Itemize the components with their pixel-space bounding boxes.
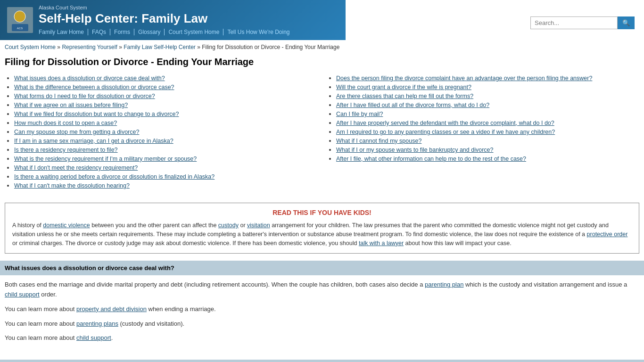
toc-link[interactable]: What if I don't meet the residency requi… [14, 165, 138, 171]
list-item: Will the court grant a divorce if the wi… [336, 83, 639, 90]
parenting-plans-link[interactable]: parenting plans [76, 320, 118, 327]
toc-link[interactable]: What if we agree on all issues before fi… [14, 102, 128, 108]
child-support-link2[interactable]: child support [76, 334, 111, 341]
list-item: After I file, what other information can… [336, 155, 639, 162]
breadcrumb-representing[interactable]: Representing Yourself [62, 44, 117, 50]
toc-link[interactable]: Is there a residency requirement to file… [14, 147, 118, 153]
list-item: Does the person filing the divorce compl… [336, 74, 639, 82]
page-title: Filing for Dissolution or Divorce - Endi… [0, 54, 644, 72]
list-item: How much does it cost to open a case? [14, 119, 317, 126]
breadcrumb-court-system[interactable]: Court System Home [5, 44, 56, 50]
kids-box-title: READ THIS IF YOU HAVE KIDS! [12, 209, 632, 216]
list-item: What is the residency requirement if I'm… [14, 155, 317, 162]
toc-link[interactable]: What forms do I need to file for dissolu… [14, 93, 155, 99]
svg-text:ACS: ACS [17, 27, 23, 30]
list-item: What if I can't make the dissolution hea… [14, 182, 317, 189]
nav-glossary[interactable]: Glossary [134, 29, 165, 35]
breadcrumb: Court System Home » Representing Yoursel… [0, 40, 644, 54]
toc-link[interactable]: Will the court grant a divorce if the wi… [336, 84, 471, 90]
section1-para2: You can learn more about property and de… [5, 304, 639, 314]
list-item: What if we agree on all issues before fi… [14, 101, 317, 108]
custody-link[interactable]: custody [218, 222, 239, 229]
toc-link[interactable]: What if I can't make the dissolution hea… [14, 182, 130, 189]
toc-link[interactable]: Does the person filing the divorce compl… [336, 75, 592, 82]
list-item: What forms do I need to file for dissolu… [14, 92, 317, 99]
domestic-violence-link[interactable]: domestic violence [43, 222, 90, 229]
toc-link[interactable]: What if I cannot find my spouse? [336, 138, 421, 144]
nav-faqs[interactable]: FAQs [88, 29, 110, 35]
toc-link[interactable]: Can my spouse stop me from getting a div… [14, 129, 139, 135]
toc-link[interactable]: Are there classes that can help me fill … [336, 93, 473, 99]
kids-box-content: A history of domestic violence between y… [12, 221, 632, 247]
list-item: What issues does a dissolution or divorc… [14, 74, 317, 82]
nav-forms[interactable]: Forms [110, 29, 134, 35]
parenting-plan-link[interactable]: parenting plan [425, 281, 463, 288]
section1-para4: You can learn more about child support. [5, 333, 639, 343]
list-item: What is the difference between a dissolu… [14, 83, 317, 90]
list-item: What if I or my spouse wants to file ban… [336, 146, 639, 153]
svg-point-1 [14, 11, 25, 22]
list-item: After I have properly served the defenda… [336, 119, 639, 126]
main-nav: Family Law Home FAQs Forms Glossary Cour… [39, 29, 294, 35]
kids-warning-box: READ THIS IF YOU HAVE KIDS! A history of… [5, 203, 639, 254]
section1-para1: Both cases end the marriage and divide m… [5, 280, 639, 300]
search-input[interactable] [530, 16, 618, 29]
site-title: Self-Help Center: Family Law [39, 11, 294, 26]
search-button[interactable]: 🔍 [618, 16, 635, 29]
toc-link[interactable]: What is the residency requirement if I'm… [14, 156, 197, 162]
toc-link[interactable]: What if we filed for dissolution but wan… [14, 111, 179, 117]
toc-right: Does the person filing the divorce compl… [327, 74, 639, 191]
section1-header: What issues does a dissolution or divorc… [0, 261, 644, 275]
toc-link[interactable]: What issues does a dissolution or divorc… [14, 75, 165, 82]
search-bar: 🔍 [530, 16, 635, 29]
toc-link[interactable]: What is the difference between a dissolu… [14, 84, 174, 90]
agency-name: Alaska Court System [39, 5, 294, 10]
talk-with-lawyer-link[interactable]: talk with a lawyer [359, 240, 404, 247]
list-item: Is there a waiting period before a divor… [14, 173, 317, 180]
child-support-link[interactable]: child support [5, 291, 40, 298]
toc-link[interactable]: Am I required to go to any parenting cla… [336, 129, 555, 135]
list-item: What if I don't meet the residency requi… [14, 164, 317, 171]
list-item: Can I file by mail? [336, 110, 639, 117]
toc-link[interactable]: Is there a waiting period before a divor… [14, 173, 215, 180]
toc-link[interactable]: If I am in a same sex marriage, can I ge… [14, 138, 173, 144]
nav-tell-us[interactable]: Tell Us How We're Doing [223, 29, 293, 35]
header-text-block: Alaska Court System Self-Help Center: Fa… [39, 5, 294, 35]
visitation-link[interactable]: visitation [247, 222, 270, 229]
toc-link[interactable]: What if I or my spouse wants to file ban… [336, 147, 494, 153]
nav-court-system-home[interactable]: Court System Home [165, 29, 223, 35]
toc-link[interactable]: How much does it cost to open a case? [14, 120, 117, 126]
toc-link[interactable]: After I file, what other information can… [336, 156, 526, 162]
toc-link[interactable]: After I have properly served the defenda… [336, 120, 554, 126]
section1-content: Both cases end the marriage and divide m… [0, 275, 644, 353]
list-item: If I am in a same sex marriage, can I ge… [14, 137, 317, 144]
toc-link[interactable]: Can I file by mail? [336, 111, 383, 117]
toc-link[interactable]: After I have filled out all of the divor… [336, 102, 489, 108]
list-item: Is there a residency requirement to file… [14, 146, 317, 153]
property-debt-division-link[interactable]: property and debt division [76, 305, 147, 313]
site-header: ACS Alaska Court System Self-Help Center… [0, 0, 346, 40]
section2-header: What is the difference between a dissolu… [0, 360, 644, 362]
protective-order-link[interactable]: protective order [587, 231, 628, 238]
nav-family-law-home[interactable]: Family Law Home [39, 29, 88, 35]
list-item: Can my spouse stop me from getting a div… [14, 128, 317, 135]
list-item: Are there classes that can help me fill … [336, 92, 639, 99]
list-item: Am I required to go to any parenting cla… [336, 128, 639, 135]
breadcrumb-current: Filing for Dissolution or Divorce - Endi… [202, 44, 339, 50]
list-item: What if we filed for dissolution but wan… [14, 110, 317, 117]
breadcrumb-family-law[interactable]: Family Law Self-Help Center [124, 44, 196, 50]
list-item: What if I cannot find my spouse? [336, 137, 639, 144]
toc-left: What issues does a dissolution or divorc… [5, 74, 317, 191]
table-of-contents: What issues does a dissolution or divorc… [0, 72, 644, 198]
list-item: After I have filled out all of the divor… [336, 101, 639, 108]
section1-para3: You can learn more about parenting plans… [5, 319, 639, 329]
site-logo: ACS [7, 7, 33, 33]
